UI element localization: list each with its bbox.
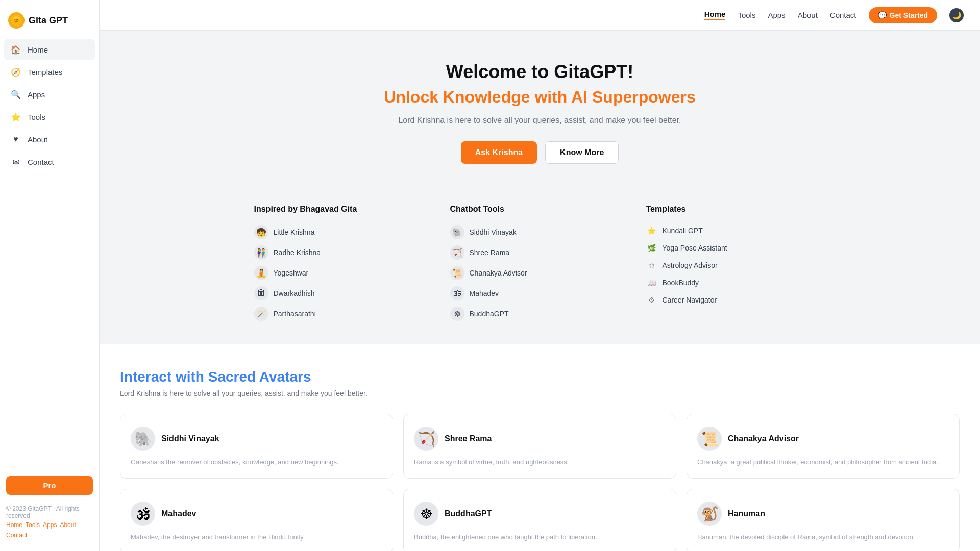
col3-items: ⭐Kundali GPT🌿Yoga Pose Assistant✩Astrolo… (646, 222, 826, 309)
list-item[interactable]: 🏛Dwarkadhish (254, 283, 434, 304)
footer-link-about[interactable]: About (60, 521, 76, 529)
sidebar-item-label: About (28, 135, 47, 144)
avatar-card-desc: Mahadev, the destroyer and transformer i… (131, 533, 382, 541)
sidebar-item-templates[interactable]: 🧭Templates (4, 61, 95, 83)
hero-section: Welcome to GitaGPT! Unlock Knowledge wit… (100, 31, 980, 184)
sidebar-item-contact[interactable]: ✉Contact (4, 151, 95, 172)
col1-items: 🧒Little Krishna👫Radhe Krishna🧘Yogeshwar🏛… (254, 222, 434, 324)
list-item[interactable]: 🏹Shree Rama (450, 242, 630, 263)
avatar-card-img: 🐒 (697, 502, 722, 526)
template-icon: ⚙ (646, 294, 657, 306)
know-more-button[interactable]: Know More (545, 141, 619, 164)
main-content: HomeToolsAppsAboutContact 💬 Get Started … (100, 0, 980, 551)
avatar-card[interactable]: 🏹 Shree Rama Rama is a symbol of virtue,… (403, 414, 676, 479)
ask-krishna-button[interactable]: Ask Krishna (461, 141, 537, 164)
tools-icon: ⭐ (10, 111, 21, 122)
avatar-card-header: 📜 Chanakya Advisor (697, 427, 949, 451)
dark-mode-toggle[interactable]: 🌙 (949, 8, 964, 22)
footer-copyright: © 2023 GitaGPT | All rights reserved (6, 505, 93, 519)
topnav-link-apps[interactable]: Apps (768, 11, 785, 19)
avatar-card-desc: Hanuman, the devoted disciple of Rama, s… (697, 533, 949, 541)
list-item[interactable]: 📖BookBuddy (646, 274, 826, 291)
template-icon: ✩ (646, 260, 657, 271)
templates-icon: 🧭 (10, 66, 21, 78)
sacred-title-highlight: Sacred Avatars (208, 369, 311, 385)
topnav-link-about[interactable]: About (798, 11, 818, 19)
avatar-card-name: Shree Rama (445, 434, 492, 443)
footer-link-apps[interactable]: Apps (43, 521, 57, 529)
sidebar-item-tools[interactable]: ⭐Tools (4, 106, 95, 128)
list-item[interactable]: ⚙Career Navigator (646, 291, 826, 309)
avatar-card[interactable]: 🐘 Siddhi Vinayak Ganesha is the remover … (120, 414, 393, 479)
links-col-chatbot: Chatbot Tools 🐘Siddhi Vinayak🏹Shree Rama… (450, 205, 630, 324)
sacred-desc: Lord Krishna is here to solve all your q… (120, 389, 960, 397)
item-label: Chanakya Advisor (470, 269, 527, 277)
item-label: Career Navigator (663, 296, 717, 304)
list-item[interactable]: 📜Chanakya Advisor (450, 263, 630, 283)
avatar-icon: 🏛 (254, 286, 268, 300)
avatar-card-name: Chanakya Advisor (728, 434, 799, 443)
get-started-label: Get Started (890, 11, 928, 19)
sidebar-item-label: Home (28, 45, 48, 54)
list-item[interactable]: 🪄Parthasarathi (254, 304, 434, 324)
footer-link-home[interactable]: Home (6, 521, 22, 529)
home-icon: 🏠 (10, 44, 21, 55)
hero-desc: Lord Krishna is here to solve all your q… (387, 116, 693, 125)
list-item[interactable]: 🧒Little Krishna (254, 222, 434, 242)
hero-title: Welcome to GitaGPT! (116, 61, 964, 83)
list-item[interactable]: ⭐Kundali GPT (646, 222, 826, 239)
list-item[interactable]: ☸BuddhaGPT (450, 304, 630, 324)
item-label: Radhe Krishna (274, 248, 321, 257)
avatar-card[interactable]: 🐒 Hanuman Hanuman, the devoted disciple … (687, 489, 960, 551)
avatar-card-desc: Buddha, the enlightened one who taught t… (414, 533, 666, 541)
list-item[interactable]: 🌿Yoga Pose Assistant (646, 239, 826, 257)
avatar-card-header: 🐒 Hanuman (697, 502, 949, 526)
list-item[interactable]: 🕉Mahadev (450, 283, 630, 304)
get-started-icon: 💬 (878, 11, 887, 19)
avatar-icon: 🕉 (450, 286, 464, 300)
list-item[interactable]: 👫Radhe Krishna (254, 242, 434, 263)
item-label: Yogeshwar (274, 269, 309, 277)
links-section: Inspired by Bhagavad Gita 🧒Little Krishn… (234, 184, 846, 344)
links-col-gita: Inspired by Bhagavad Gita 🧒Little Krishn… (254, 205, 434, 324)
avatar-grid: 🐘 Siddhi Vinayak Ganesha is the remover … (120, 414, 960, 551)
item-label: Kundali GPT (663, 227, 703, 235)
avatar-card-name: Siddhi Vinayak (161, 434, 219, 443)
avatar-card-name: Hanuman (728, 509, 765, 518)
sidebar-item-home[interactable]: 🏠Home (4, 39, 95, 60)
avatar-card[interactable]: ☸ BuddhaGPT Buddha, the enlightened one … (403, 489, 676, 551)
avatar-card[interactable]: 🕉 Mahadev Mahadev, the destroyer and tra… (120, 489, 393, 551)
topnav-link-home[interactable]: Home (704, 10, 726, 20)
sacred-title-prefix: Interact with (120, 369, 208, 385)
links-col-templates: Templates ⭐Kundali GPT🌿Yoga Pose Assista… (646, 205, 826, 324)
top-navbar: HomeToolsAppsAboutContact 💬 Get Started … (100, 0, 980, 31)
avatar-card[interactable]: 📜 Chanakya Advisor Chanakya, a great pol… (687, 414, 960, 479)
item-label: Shree Rama (470, 248, 510, 257)
topnav-link-tools[interactable]: Tools (738, 11, 755, 19)
footer-link-contact[interactable]: Contact (6, 532, 27, 539)
list-item[interactable]: 🧘Yogeshwar (254, 263, 434, 283)
footer-link-tools[interactable]: Tools (26, 521, 40, 529)
get-started-button[interactable]: 💬 Get Started (869, 7, 937, 23)
logo-icon: 🌞 (8, 12, 24, 29)
avatar-icon: 👫 (254, 245, 268, 260)
template-icon: 📖 (646, 277, 657, 288)
avatar-icon: 🏹 (450, 245, 464, 260)
avatar-icon: 🧒 (254, 225, 268, 239)
pro-button[interactable]: Pro (6, 476, 93, 495)
item-label: Parthasarathi (274, 310, 316, 318)
contact-icon: ✉ (10, 156, 21, 167)
sidebar-logo[interactable]: 🌞 Gita GPT (0, 8, 99, 39)
item-label: Dwarkadhish (274, 289, 315, 297)
topnav-link-contact[interactable]: Contact (830, 11, 856, 19)
sidebar-item-about[interactable]: ♥About (4, 129, 95, 150)
list-item[interactable]: 🐘Siddhi Vinayak (450, 222, 630, 242)
avatar-icon: 🪄 (254, 307, 268, 321)
sidebar-item-apps[interactable]: 🔍Apps (4, 84, 95, 105)
item-label: Astrology Advisor (663, 261, 718, 269)
links-outer: Inspired by Bhagavad Gita 🧒Little Krishn… (100, 184, 980, 344)
item-label: BuddhaGPT (470, 310, 509, 318)
list-item[interactable]: ✩Astrology Advisor (646, 257, 826, 274)
sidebar-nav: 🏠Home🧭Templates🔍Apps⭐Tools♥About✉Contact (0, 39, 99, 470)
sidebar-item-label: Tools (28, 113, 45, 121)
